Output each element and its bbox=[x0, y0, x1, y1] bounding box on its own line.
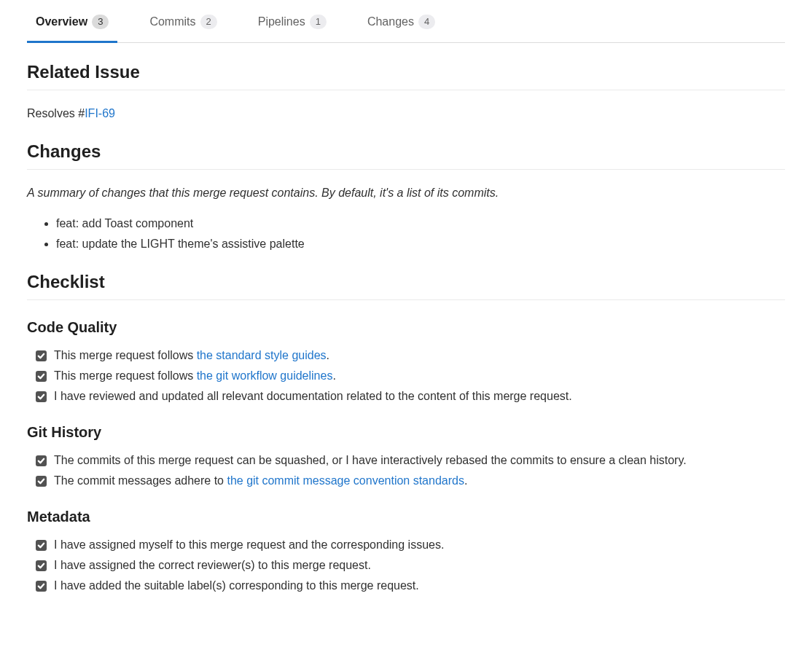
checklist-item-text: The commits of this merge request can be… bbox=[54, 452, 785, 469]
checklist-text-part: I have assigned the correct reviewer(s) … bbox=[54, 559, 371, 571]
heading-changes: Changes bbox=[27, 138, 785, 170]
checklist-group-heading: Git History bbox=[27, 421, 785, 443]
tab-label: Pipelines bbox=[258, 13, 305, 31]
checklist-text-part: I have reviewed and updated all relevant… bbox=[54, 390, 572, 402]
checklist-item: The commit messages adhere to the git co… bbox=[36, 472, 785, 490]
checklist-list: The commits of this merge request can be… bbox=[27, 452, 785, 490]
heading-related-issue: Related Issue bbox=[27, 59, 785, 90]
commit-item: feat: update the LIGHT theme's assistive… bbox=[56, 235, 785, 253]
checklist-text-part: This merge request follows bbox=[54, 369, 197, 382]
checkbox-checked-icon[interactable] bbox=[36, 476, 47, 487]
checklist-text-part: . bbox=[327, 349, 329, 361]
checklist-link[interactable]: the git workflow guidelines bbox=[197, 369, 333, 382]
checklist-text-part: I have added the suitable label(s) corre… bbox=[54, 579, 419, 592]
checklist-item-text: I have assigned the correct reviewer(s) … bbox=[54, 557, 785, 574]
commit-list: feat: add Toast componentfeat: update th… bbox=[27, 215, 785, 253]
checklist-item-text: This merge request follows the git workf… bbox=[54, 367, 785, 385]
tab-badge: 3 bbox=[92, 15, 109, 29]
checkbox-checked-icon[interactable] bbox=[36, 350, 47, 361]
tab-label: Overview bbox=[36, 13, 87, 31]
tab-badge: 2 bbox=[200, 15, 217, 29]
checkbox-checked-icon[interactable] bbox=[36, 371, 47, 382]
checklist-item-text: The commit messages adhere to the git co… bbox=[54, 472, 785, 490]
checklist-text-part: The commit messages adhere to bbox=[54, 474, 227, 487]
tab-label: Commits bbox=[149, 13, 195, 31]
checklist-item: This merge request follows the git workf… bbox=[36, 367, 785, 385]
changes-summary: A summary of changes that this merge req… bbox=[27, 184, 785, 202]
checklist-item: This merge request follows the standard … bbox=[36, 347, 785, 364]
checklist-link[interactable]: the standard style guides bbox=[197, 349, 327, 361]
commit-item: feat: add Toast component bbox=[56, 215, 785, 232]
checklist-group-heading: Metadata bbox=[27, 506, 785, 528]
checkbox-checked-icon[interactable] bbox=[36, 391, 47, 402]
tab-badge: 1 bbox=[310, 15, 327, 29]
checklist-text-part: This merge request follows bbox=[54, 349, 197, 361]
checklist-item: The commits of this merge request can be… bbox=[36, 452, 785, 469]
checklist-item-text: This merge request follows the standard … bbox=[54, 347, 785, 364]
tab-changes[interactable]: Changes4 bbox=[359, 13, 444, 43]
resolves-prefix: Resolves # bbox=[27, 107, 85, 119]
checklist-text-part: The commits of this merge request can be… bbox=[54, 454, 687, 466]
checklist-item-text: I have reviewed and updated all relevant… bbox=[54, 388, 785, 405]
checklist-text-part: I have assigned myself to this merge req… bbox=[54, 538, 444, 551]
tab-commits[interactable]: Commits2 bbox=[141, 13, 225, 43]
tab-badge: 4 bbox=[418, 15, 435, 29]
checklist-item-text: I have added the suitable label(s) corre… bbox=[54, 577, 785, 595]
checklist-item: I have assigned the correct reviewer(s) … bbox=[36, 557, 785, 574]
checkbox-checked-icon[interactable] bbox=[36, 581, 47, 592]
resolves-line: Resolves #IFI-69 bbox=[27, 105, 785, 122]
mr-tabs: Overview3Commits2Pipelines1Changes4 bbox=[27, 0, 785, 43]
checklist-item: I have assigned myself to this merge req… bbox=[36, 536, 785, 554]
checkbox-checked-icon[interactable] bbox=[36, 560, 47, 571]
checklist-text-part: . bbox=[332, 369, 335, 382]
tab-label: Changes bbox=[367, 13, 414, 31]
heading-checklist: Checklist bbox=[27, 269, 785, 300]
checklist-list: This merge request follows the standard … bbox=[27, 347, 785, 405]
checklist-item: I have added the suitable label(s) corre… bbox=[36, 577, 785, 595]
checklist-text-part: . bbox=[464, 474, 467, 487]
issue-link[interactable]: IFI-69 bbox=[85, 107, 115, 119]
checklist-link[interactable]: the git commit message convention standa… bbox=[227, 474, 464, 487]
checklist-list: I have assigned myself to this merge req… bbox=[27, 536, 785, 595]
tab-overview[interactable]: Overview3 bbox=[27, 13, 117, 43]
checklist-item-text: I have assigned myself to this merge req… bbox=[54, 536, 785, 554]
checklist-item: I have reviewed and updated all relevant… bbox=[36, 388, 785, 405]
checkbox-checked-icon[interactable] bbox=[36, 455, 47, 466]
checkbox-checked-icon[interactable] bbox=[36, 540, 47, 551]
checklist-group-heading: Code Quality bbox=[27, 316, 785, 338]
tab-pipelines[interactable]: Pipelines1 bbox=[249, 13, 335, 43]
